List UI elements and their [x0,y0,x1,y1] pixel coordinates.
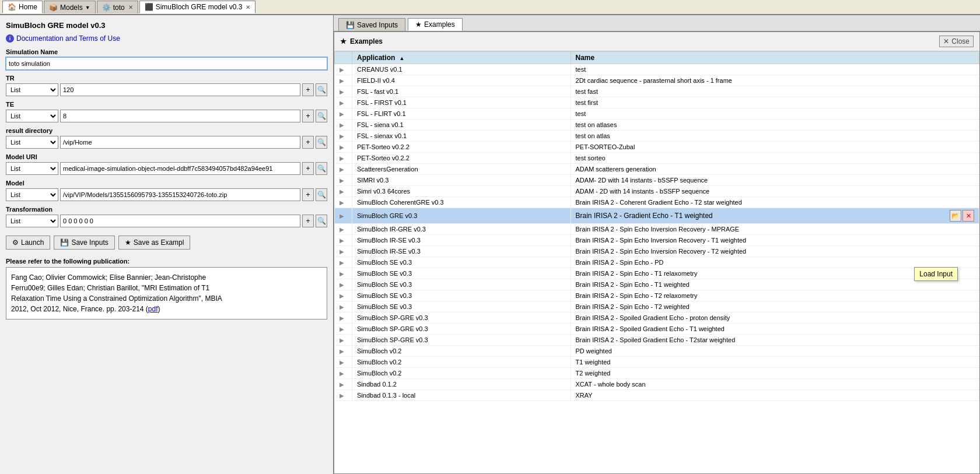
launch-button[interactable]: ⚙ Launch [6,236,50,250]
te-group: TE List + 🔍 [6,101,327,122]
result-dir-value-input[interactable] [60,136,300,149]
model-value-input[interactable] [60,188,300,201]
save-as-example-button[interactable]: ★ Save as Exampl [118,236,191,250]
te-value-input[interactable] [60,110,300,122]
table-row[interactable]: ▶SIMRI v0.3ADAM- 2D with 14 instants - b… [335,175,979,186]
tab-saved-inputs[interactable]: 💾 Saved Inputs [338,18,405,31]
row-expand-icon: ▶ [340,89,344,95]
table-row[interactable]: ▶SimuBloch IR-SE v0.3Brain IRISA 2 - Spi… [335,235,979,246]
table-row[interactable]: ▶SimuBloch SP-GRE v0.3Brain IRISA 2 - Sp… [335,324,979,335]
pdf-link[interactable]: pdf [148,305,158,313]
model-uri-value-input[interactable] [60,162,300,175]
expand-cell: ▶ [335,108,352,120]
name-cell: Brain IRISA 2 - Spin Echo Inversion Reco… [570,246,979,257]
table-row[interactable]: ▶Sindbad 0.1.3 - localXRAY [335,390,979,401]
model-uri-type-select[interactable]: List [6,162,58,175]
table-row[interactable]: ▶SimuBloch SP-GRE v0.3Brain IRISA 2 - Sp… [335,335,979,346]
transformation-add-button[interactable]: + [302,215,314,227]
table-row[interactable]: ▶SimuBloch IR-SE v0.3Brain IRISA 2 - Spi… [335,246,979,257]
table-row[interactable]: ▶SimuBloch CoherentGRE v0.3Brain IRISA 2… [335,197,979,208]
table-row[interactable]: ▶FIELD-II v0.42Dt cardiac sequence - par… [335,75,979,86]
tab-simubloch[interactable]: ⬛ SimuBloch GRE model v0.3 ✕ [139,1,256,13]
table-row[interactable]: ▶FSL - FLIRT v0.1test [335,108,979,120]
transformation-search-button[interactable]: 🔍 [316,215,327,227]
tab-home-label: Home [19,3,37,11]
star-icon: ★ [125,238,131,247]
table-row[interactable]: ▶SimuBloch SP-GRE v0.3Brain IRISA 2 - Sp… [335,313,979,324]
transformation-value-input[interactable] [60,215,300,227]
table-row[interactable]: ▶PET-Sorteo v0.2.2test sorteo [335,153,979,164]
close-button[interactable]: ✕ Close [939,36,974,47]
expand-cell: ▶ [335,257,352,268]
save-inputs-button[interactable]: 💾 Save Inputs [54,236,114,250]
table-row[interactable]: ▶SimuBloch v0.2PD weighted [335,346,979,357]
name-cell: ADAM - 2D with 14 instants - bSSFP seque… [570,186,979,197]
application-cell: SimuBloch CoherentGRE v0.3 [352,197,571,208]
table-row[interactable]: ▶SimuBloch SE v0.3Brain IRISA 2 - Spin E… [335,279,979,290]
tab-simubloch-close[interactable]: ✕ [246,4,250,10]
right-panel: 💾 Saved Inputs ★ Examples ★ Examples ✕ C… [334,15,980,474]
name-cell: XRAY [570,390,979,401]
save-inputs-label: Save Inputs [71,238,108,247]
row-expand-icon: ▶ [340,66,344,73]
table-row[interactable]: ▶SimuBloch IR-GRE v0.3Brain IRISA 2 - Sp… [335,224,979,235]
tab-toto[interactable]: ⚙️ toto ✕ [97,1,138,13]
result-dir-add-button[interactable]: + [302,136,314,149]
model-type-select[interactable]: List [6,188,58,201]
result-dir-search-button[interactable]: 🔍 [316,136,327,149]
table-row[interactable]: ▶ScatterersGenerationADAM scatterers gen… [335,164,979,175]
table-row[interactable]: ▶FSL - fast v0.1test fast [335,86,979,97]
tr-add-button[interactable]: + [302,83,314,96]
te-type-select[interactable]: List [6,110,58,122]
tr-label: TR [6,75,327,82]
table-row[interactable]: ▶Simri v0.3 64coresADAM - 2D with 14 ins… [335,186,979,197]
tr-type-select[interactable]: List [6,83,58,96]
simulation-name-input[interactable] [6,57,327,70]
delete-row-button[interactable]: ✕ [963,210,974,222]
transformation-type-select[interactable]: List [6,215,58,227]
name-cell: Brain IRISA 2 - Spin Echo - PD [570,257,979,268]
tab-bar: 🏠 Home 📦 Models ▼ ⚙️ toto ✕ ⬛ SimuBloch … [0,0,980,15]
table-row[interactable]: ▶FSL - FIRST v0.1test first [335,97,979,108]
tr-value-input[interactable] [60,83,300,96]
tab-home[interactable]: 🏠 Home [2,1,43,13]
row-expand-icon: ▶ [340,326,344,332]
application-cell: Sindbad 0.1.2 [352,379,571,390]
tab-examples[interactable]: ★ Examples [408,18,463,31]
panel-title: SimuBloch GRE model v0.3 [6,21,327,30]
model-search-button[interactable]: 🔍 [316,188,327,201]
table-row[interactable]: ▶SimuBloch SE v0.3Brain IRISA 2 - Spin E… [335,301,979,313]
expand-cell: ▶ [335,142,352,153]
application-cell: Sindbad 0.1.3 - local [352,390,571,401]
table-row[interactable]: ▶CREANUS v0.1test [335,64,979,75]
te-add-button[interactable]: + [302,110,314,122]
model-uri-group: Model URI List + 🔍 [6,153,327,175]
table-row[interactable]: ▶SimuBloch SE v0.3Brain IRISA 2 - Spin E… [335,268,979,279]
model-uri-add-button[interactable]: + [302,162,314,175]
application-cell: SimuBloch SE v0.3 [352,290,571,301]
table-row[interactable]: ▶FSL - siena v0.1test on atlases [335,120,979,131]
table-row[interactable]: ▶SimuBloch v0.2T2 weighted [335,368,979,379]
tr-search-button[interactable]: 🔍 [316,83,327,96]
info-row[interactable]: i Documentation and Terms of Use [6,34,327,43]
model-uri-label: Model URI [6,153,327,160]
table-row[interactable]: ▶SimuBloch SE v0.3Brain IRISA 2 - Spin E… [335,290,979,301]
model-add-button[interactable]: + [302,188,314,201]
row-expand-icon: ▶ [340,213,344,219]
te-search-button[interactable]: 🔍 [316,110,327,122]
application-cell: FSL - FLIRT v0.1 [352,108,571,120]
result-dir-type-select[interactable]: List [6,136,58,149]
table-row[interactable]: ▶SimuBloch SE v0.3Brain IRISA 2 - Spin E… [335,257,979,268]
table-row[interactable]: ▶Sindbad 0.1.2XCAT - whole body scan [335,379,979,390]
table-row[interactable]: ▶SimuBloch GRE v0.3Brain IRISA 2 - Gradi… [335,208,979,224]
col-application[interactable]: Application ▲ [352,52,571,64]
table-row[interactable]: ▶FSL - sienax v0.1test on atlas [335,131,979,142]
load-input-button[interactable]: 📂 [950,210,961,222]
tab-toto-close[interactable]: ✕ [128,4,133,10]
name-cell: Brain IRISA 2 - Spin Echo Inversion Reco… [570,224,979,235]
model-uri-search-button[interactable]: 🔍 [316,162,327,175]
table-row[interactable]: ▶SimuBloch v0.2T1 weighted [335,357,979,368]
gear-icon: ⚙ [12,238,19,247]
table-row[interactable]: ▶PET-Sorteo v0.2.2PET-SORTEO-Zubal [335,142,979,153]
tab-models[interactable]: 📦 Models ▼ [44,1,96,13]
